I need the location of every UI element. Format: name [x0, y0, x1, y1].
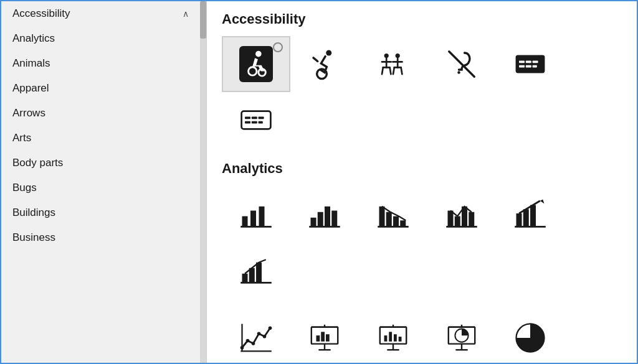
accessibility-group-icon [376, 47, 410, 81]
sidebar-item-analytics[interactable]: Analytics [1, 26, 200, 51]
sidebar-item-label: Body parts [12, 157, 63, 169]
analytics-section: Analytics [222, 161, 622, 363]
icon-accessibility-running[interactable] [290, 36, 359, 92]
svg-rect-25 [526, 61, 531, 63]
icon-presentation-pie[interactable] [427, 310, 496, 363]
icon-bar-chart-trend[interactable] [496, 185, 564, 241]
svg-rect-84 [394, 334, 397, 342]
svg-rect-85 [399, 337, 402, 342]
sidebar-item-apparel[interactable]: Apparel [1, 76, 200, 101]
pie-chart-icon [513, 321, 547, 355]
icon-bar-chart-1[interactable] [222, 185, 290, 241]
icon-closed-captions-alt[interactable] [222, 92, 290, 148]
icon-accessibility-wheelchair[interactable] [222, 36, 290, 92]
closed-captions-icon [513, 47, 547, 81]
svg-point-3 [326, 50, 331, 56]
analytics-section-title: Analytics [222, 161, 622, 177]
svg-rect-83 [389, 332, 392, 341]
svg-rect-29 [533, 65, 537, 68]
svg-rect-26 [533, 61, 538, 63]
svg-point-68 [257, 332, 261, 335]
icon-bg-black [239, 46, 273, 82]
analytics-row1 [222, 185, 622, 297]
icon-presentation-bar[interactable] [290, 310, 359, 363]
svg-rect-56 [517, 213, 522, 226]
sidebar-item-bodyparts[interactable]: Body parts [1, 151, 200, 175]
svg-rect-63 [256, 263, 262, 282]
sidebar-item-arts[interactable]: Arts [1, 126, 200, 151]
svg-rect-76 [326, 334, 330, 342]
sidebar-item-accessibility[interactable]: Accessibility ∧ [1, 1, 200, 26]
sidebar-item-label: Bugs [12, 182, 37, 194]
svg-rect-43 [325, 207, 330, 226]
bar-chart-1-icon [239, 197, 273, 230]
bar-chart-trend-icon [513, 197, 547, 230]
sidebar-item-animals[interactable]: Animals [1, 51, 200, 76]
icon-hearing-impaired[interactable] [427, 36, 496, 92]
accessibility-icon-grid [222, 36, 622, 148]
presentation-pie-icon [445, 321, 478, 355]
svg-rect-49 [400, 220, 406, 226]
svg-rect-41 [311, 218, 317, 226]
sidebar-item-buildings[interactable]: Buildings [1, 200, 200, 225]
svg-rect-48 [393, 217, 399, 226]
svg-rect-38 [250, 211, 256, 226]
icon-line-chart[interactable] [222, 310, 290, 363]
svg-rect-28 [526, 65, 531, 68]
icon-pie-chart[interactable] [496, 310, 564, 363]
svg-rect-75 [321, 332, 325, 341]
wheelchair-icon [242, 49, 270, 77]
svg-point-67 [252, 342, 255, 345]
bar-chart-down-icon [376, 197, 410, 230]
icon-bar-chart-2[interactable] [290, 185, 359, 241]
hearing-impaired-icon [445, 47, 478, 81]
svg-rect-34 [245, 121, 250, 124]
sidebar-item-label: Animals [12, 57, 50, 70]
svg-rect-46 [379, 207, 385, 226]
scrollbar-thumb[interactable] [200, 1, 206, 39]
svg-rect-24 [519, 61, 525, 63]
svg-rect-82 [384, 335, 388, 342]
svg-rect-36 [259, 121, 263, 124]
svg-rect-57 [523, 209, 529, 226]
svg-point-70 [269, 326, 272, 330]
closed-captions-alt-icon [239, 103, 273, 137]
svg-rect-23 [516, 55, 545, 73]
sidebar-scroll: Accessibility ∧ Analytics Animals Appare… [1, 1, 206, 363]
svg-point-66 [246, 339, 250, 343]
main-content: Accessibility [207, 1, 637, 363]
icon-presentation-bar-2[interactable] [359, 310, 427, 363]
svg-point-69 [263, 335, 267, 338]
scrollbar-track[interactable] [200, 1, 206, 363]
accessibility-section: Accessibility [222, 11, 622, 148]
svg-rect-39 [259, 207, 265, 226]
icon-bar-chart-4[interactable] [222, 241, 290, 297]
svg-rect-31 [245, 117, 250, 119]
sidebar-item-business[interactable]: Business [1, 225, 200, 250]
sidebar-list: Accessibility ∧ Analytics Animals Appare… [1, 1, 200, 250]
presentation-bar-icon [308, 321, 341, 355]
sidebar-item-arrows[interactable]: Arrows [1, 101, 200, 126]
svg-rect-42 [318, 212, 323, 226]
icon-bar-chart-3[interactable] [427, 185, 496, 241]
sidebar: Accessibility ∧ Analytics Animals Appare… [1, 1, 207, 363]
sidebar-item-label: Buildings [12, 207, 55, 219]
sidebar-item-label: Arts [12, 132, 31, 144]
bar-chart-2-icon [308, 197, 341, 230]
sidebar-item-bugs[interactable]: Bugs [1, 175, 200, 200]
icon-accessibility-group[interactable] [359, 36, 427, 92]
svg-rect-52 [455, 217, 460, 226]
svg-line-19 [401, 67, 402, 74]
bar-chart-4-icon [239, 253, 273, 286]
icon-closed-captions[interactable] [496, 36, 564, 92]
svg-rect-74 [317, 335, 320, 342]
svg-rect-32 [252, 117, 257, 119]
svg-rect-35 [252, 121, 257, 124]
svg-line-5 [313, 58, 318, 62]
analytics-row2 [222, 310, 622, 363]
svg-line-11 [382, 67, 383, 74]
icon-bar-chart-down[interactable] [359, 185, 427, 241]
running-wheelchair-icon [308, 47, 341, 81]
svg-rect-81 [380, 327, 406, 344]
sidebar-item-label: Business [12, 231, 55, 244]
